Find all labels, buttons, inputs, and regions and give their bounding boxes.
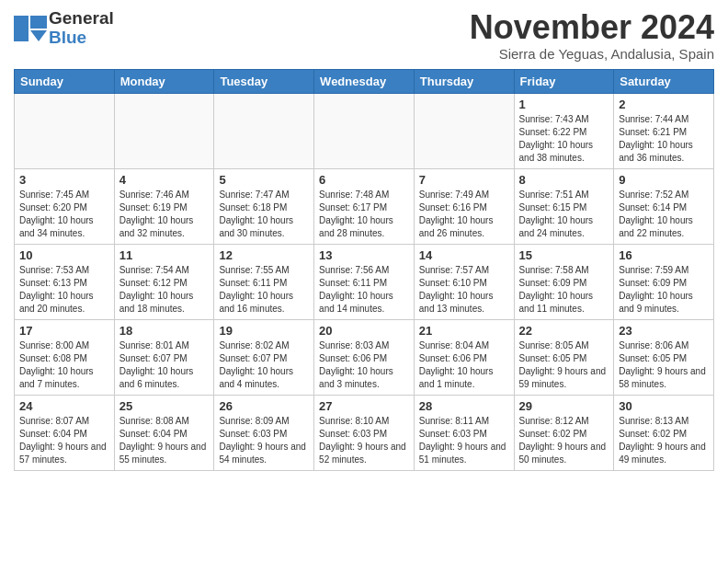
calendar-cell: 1Sunrise: 7:43 AM Sunset: 6:22 PM Daylig… [514, 93, 614, 168]
day-number: 8 [519, 173, 609, 187]
calendar-cell: 30Sunrise: 8:13 AM Sunset: 6:02 PM Dayli… [614, 395, 714, 470]
day-number: 20 [319, 324, 409, 338]
day-number: 28 [419, 399, 509, 413]
day-info: Sunrise: 8:09 AM Sunset: 6:03 PM Dayligh… [219, 415, 309, 466]
day-info: Sunrise: 8:05 AM Sunset: 6:05 PM Dayligh… [519, 339, 609, 391]
calendar-cell: 26Sunrise: 8:09 AM Sunset: 6:03 PM Dayli… [214, 395, 314, 470]
day-info: Sunrise: 7:59 AM Sunset: 6:09 PM Dayligh… [619, 264, 709, 316]
day-info: Sunrise: 8:11 AM Sunset: 6:03 PM Dayligh… [419, 415, 509, 466]
calendar-cell [314, 93, 415, 168]
calendar-cell: 13Sunrise: 7:56 AM Sunset: 6:11 PM Dayli… [314, 244, 415, 319]
calendar-cell: 21Sunrise: 8:04 AM Sunset: 6:06 PM Dayli… [414, 319, 514, 395]
day-info: Sunrise: 8:08 AM Sunset: 6:04 PM Dayligh… [119, 415, 210, 466]
day-info: Sunrise: 7:54 AM Sunset: 6:12 PM Dayligh… [119, 264, 210, 316]
day-info: Sunrise: 7:55 AM Sunset: 6:11 PM Dayligh… [219, 264, 309, 316]
day-number: 26 [219, 399, 309, 413]
calendar-cell: 9Sunrise: 7:52 AM Sunset: 6:14 PM Daylig… [614, 168, 714, 244]
weekday-header: Friday [514, 69, 614, 93]
logo: General Blue [14, 9, 114, 48]
day-number: 3 [19, 173, 109, 187]
calendar: SundayMondayTuesdayWednesdayThursdayFrid… [14, 69, 714, 471]
day-number: 6 [319, 173, 409, 187]
calendar-cell [214, 93, 314, 168]
calendar-cell: 19Sunrise: 8:02 AM Sunset: 6:07 PM Dayli… [214, 319, 314, 395]
day-number: 22 [519, 324, 609, 338]
day-info: Sunrise: 7:47 AM Sunset: 6:18 PM Dayligh… [219, 189, 309, 240]
calendar-cell: 10Sunrise: 7:53 AM Sunset: 6:13 PM Dayli… [15, 244, 115, 319]
calendar-cell [114, 93, 214, 168]
calendar-cell: 16Sunrise: 7:59 AM Sunset: 6:09 PM Dayli… [614, 244, 714, 319]
calendar-cell: 29Sunrise: 8:12 AM Sunset: 6:02 PM Dayli… [514, 395, 614, 470]
day-number: 2 [619, 98, 709, 111]
day-info: Sunrise: 7:48 AM Sunset: 6:17 PM Dayligh… [319, 189, 409, 240]
weekday-header: Saturday [614, 69, 714, 93]
day-info: Sunrise: 7:52 AM Sunset: 6:14 PM Dayligh… [619, 189, 709, 240]
day-info: Sunrise: 7:51 AM Sunset: 6:15 PM Dayligh… [519, 189, 609, 240]
day-number: 17 [19, 324, 109, 338]
calendar-cell: 5Sunrise: 7:47 AM Sunset: 6:18 PM Daylig… [214, 168, 314, 244]
day-number: 23 [619, 324, 709, 338]
calendar-cell: 20Sunrise: 8:03 AM Sunset: 6:06 PM Dayli… [314, 319, 415, 395]
weekday-header: Wednesday [314, 69, 415, 93]
day-info: Sunrise: 7:56 AM Sunset: 6:11 PM Dayligh… [319, 264, 409, 316]
day-info: Sunrise: 8:07 AM Sunset: 6:04 PM Dayligh… [19, 415, 109, 466]
calendar-cell: 27Sunrise: 8:10 AM Sunset: 6:03 PM Dayli… [314, 395, 415, 470]
day-info: Sunrise: 8:13 AM Sunset: 6:02 PM Dayligh… [619, 415, 709, 466]
day-info: Sunrise: 7:49 AM Sunset: 6:16 PM Dayligh… [419, 189, 509, 240]
calendar-cell [15, 93, 115, 168]
calendar-cell: 17Sunrise: 8:00 AM Sunset: 6:08 PM Dayli… [15, 319, 115, 395]
day-number: 4 [119, 173, 210, 187]
weekday-header: Monday [114, 69, 214, 93]
day-info: Sunrise: 8:04 AM Sunset: 6:06 PM Dayligh… [419, 339, 509, 391]
calendar-cell: 6Sunrise: 7:48 AM Sunset: 6:17 PM Daylig… [314, 168, 415, 244]
title-block: November 2024 Sierra de Yeguas, Andalusi… [470, 9, 714, 62]
day-number: 19 [219, 324, 309, 338]
logo-icon [14, 16, 47, 41]
day-info: Sunrise: 7:46 AM Sunset: 6:19 PM Dayligh… [119, 189, 210, 240]
calendar-cell: 18Sunrise: 8:01 AM Sunset: 6:07 PM Dayli… [114, 319, 214, 395]
day-info: Sunrise: 7:58 AM Sunset: 6:09 PM Dayligh… [519, 264, 609, 316]
day-number: 24 [19, 399, 109, 413]
day-number: 16 [619, 248, 709, 262]
day-number: 10 [19, 248, 109, 262]
day-info: Sunrise: 8:02 AM Sunset: 6:07 PM Dayligh… [219, 339, 309, 391]
calendar-cell: 8Sunrise: 7:51 AM Sunset: 6:15 PM Daylig… [514, 168, 614, 244]
day-info: Sunrise: 8:03 AM Sunset: 6:06 PM Dayligh… [319, 339, 409, 391]
day-info: Sunrise: 8:01 AM Sunset: 6:07 PM Dayligh… [119, 339, 210, 391]
day-info: Sunrise: 7:44 AM Sunset: 6:21 PM Dayligh… [619, 113, 709, 165]
svg-rect-0 [14, 16, 28, 41]
weekday-header: Thursday [414, 69, 514, 93]
calendar-cell: 24Sunrise: 8:07 AM Sunset: 6:04 PM Dayli… [15, 395, 115, 470]
day-info: Sunrise: 8:12 AM Sunset: 6:02 PM Dayligh… [519, 415, 609, 466]
day-number: 11 [119, 248, 210, 262]
day-number: 14 [419, 248, 509, 262]
day-info: Sunrise: 7:57 AM Sunset: 6:10 PM Dayligh… [419, 264, 509, 316]
day-info: Sunrise: 8:06 AM Sunset: 6:05 PM Dayligh… [619, 339, 709, 391]
calendar-cell: 23Sunrise: 8:06 AM Sunset: 6:05 PM Dayli… [614, 319, 714, 395]
logo-general: General [49, 8, 114, 28]
day-number: 18 [119, 324, 210, 338]
day-number: 7 [419, 173, 509, 187]
calendar-cell: 7Sunrise: 7:49 AM Sunset: 6:16 PM Daylig… [414, 168, 514, 244]
location: Sierra de Yeguas, Andalusia, Spain [470, 46, 714, 62]
day-number: 25 [119, 399, 210, 413]
calendar-cell: 4Sunrise: 7:46 AM Sunset: 6:19 PM Daylig… [114, 168, 214, 244]
calendar-cell: 28Sunrise: 8:11 AM Sunset: 6:03 PM Dayli… [414, 395, 514, 470]
calendar-cell: 22Sunrise: 8:05 AM Sunset: 6:05 PM Dayli… [514, 319, 614, 395]
day-info: Sunrise: 7:43 AM Sunset: 6:22 PM Dayligh… [519, 113, 609, 165]
calendar-cell: 3Sunrise: 7:45 AM Sunset: 6:20 PM Daylig… [15, 168, 115, 244]
weekday-header: Tuesday [214, 69, 314, 93]
day-number: 9 [619, 173, 709, 187]
day-number: 30 [619, 399, 709, 413]
calendar-cell: 2Sunrise: 7:44 AM Sunset: 6:21 PM Daylig… [614, 93, 714, 168]
logo-blue: Blue [49, 28, 86, 47]
day-info: Sunrise: 8:00 AM Sunset: 6:08 PM Dayligh… [19, 339, 109, 391]
calendar-cell: 11Sunrise: 7:54 AM Sunset: 6:12 PM Dayli… [114, 244, 214, 319]
weekday-header: Sunday [15, 69, 115, 93]
day-number: 12 [219, 248, 309, 262]
day-info: Sunrise: 7:53 AM Sunset: 6:13 PM Dayligh… [19, 264, 109, 316]
day-number: 27 [319, 399, 409, 413]
day-info: Sunrise: 8:10 AM Sunset: 6:03 PM Dayligh… [319, 415, 409, 466]
svg-marker-2 [30, 30, 47, 41]
day-number: 15 [519, 248, 609, 262]
